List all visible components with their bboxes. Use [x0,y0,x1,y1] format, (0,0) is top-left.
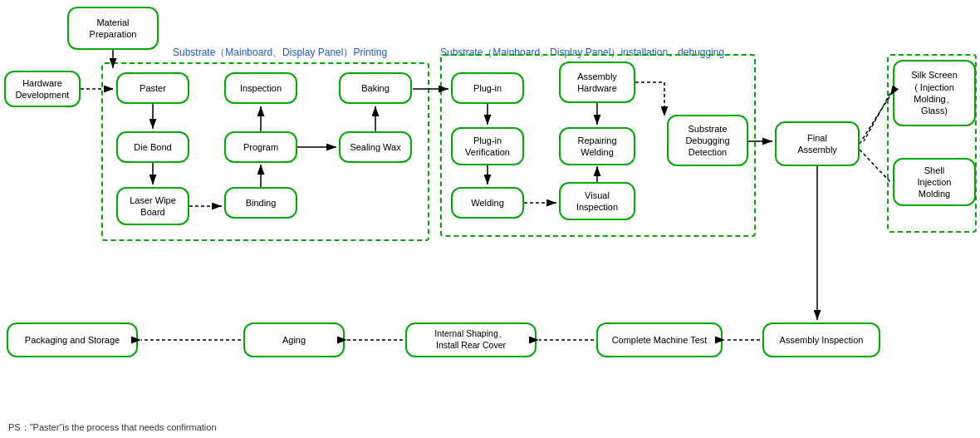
die-bond-node: Die Bond [116,131,189,163]
complete-machine-test-node: Complete Machine Test [596,322,723,357]
plug-in-verification-node: Plug-inVerification [451,127,524,165]
baking-node: Baking [339,72,412,104]
svg-line-20 [860,96,890,144]
plug-in-node: Plug-in [451,72,524,104]
sealing-wax-node: Sealing Wax [339,131,412,163]
section-label-printing: Substrate（Mainboard、Display Panel）Printi… [173,46,387,60]
hardware-development-node: HardwareDevelopment [4,71,81,107]
shell-injection-molding-node: ShellInjectionMolding [893,158,976,206]
paster-node: Paster [116,72,189,104]
svg-line-22 [860,150,890,182]
silk-screen-node: Silk Screen( InjectionMolding、Glass) [893,60,976,126]
assembly-hardware-node: AssemblyHardware [559,62,635,103]
footer-note: PS："Paster"is the process that needs con… [8,421,217,434]
internal-shaping-node: Internal Shaping、Install Rear Cover [405,322,537,357]
diagram-container: Substrate（Mainboard、Display Panel）Printi… [0,0,980,399]
material-preparation-node: Material Preparation [67,7,159,50]
welding-node: Welding [451,187,524,219]
program-node: Program [224,131,297,163]
laser-wipe-board-node: Laser WipeBoard [116,187,189,225]
visual-inspection-node: VisualInspection [559,182,635,220]
inspection-node: Inspection [224,72,297,104]
repairing-welding-node: RepairingWelding [559,127,635,165]
binding-node: Binding [224,187,297,219]
aging-node: Aging [243,322,345,357]
packaging-storage-node: Packaging and Storage [7,322,138,357]
assembly-inspection-node: Assembly Inspection [762,322,880,357]
final-assembly-node: FinalAssembly [775,121,860,166]
substrate-debugging-detection-node: SubstrateDebuggingDetection [667,115,748,166]
